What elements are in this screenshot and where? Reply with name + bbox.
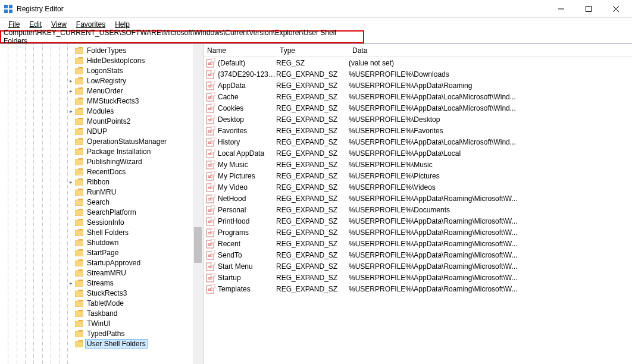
list-row[interactable]: abNetHoodREG_EXPAND_SZ%USERPROFILE%\AppD… bbox=[204, 193, 632, 204]
expander-icon[interactable] bbox=[67, 340, 74, 347]
close-button[interactable] bbox=[602, 0, 630, 18]
expander-icon[interactable] bbox=[67, 229, 74, 236]
tree-item[interactable]: TypedPaths bbox=[0, 328, 203, 338]
minimize-button[interactable] bbox=[547, 0, 575, 18]
expander-icon[interactable] bbox=[67, 290, 74, 297]
list-row[interactable]: abFavoritesREG_EXPAND_SZ%USERPROFILE%\Fa… bbox=[204, 125, 632, 136]
cell-type: REG_EXPAND_SZ bbox=[276, 183, 349, 192]
tree-item[interactable]: MMStuckRects3 bbox=[0, 96, 203, 106]
tree-item[interactable]: ▸MenuOrder bbox=[0, 86, 203, 96]
tree-item[interactable]: ▸Streams bbox=[0, 278, 203, 288]
tree-item[interactable]: StartPage bbox=[0, 247, 203, 258]
list-row[interactable]: abStartupREG_EXPAND_SZ%USERPROFILE%\AppD… bbox=[204, 272, 632, 283]
menu-favorites[interactable]: Favorites bbox=[71, 19, 110, 30]
expander-icon[interactable] bbox=[67, 219, 74, 226]
tree-item[interactable]: OperationStatusManager bbox=[0, 136, 203, 146]
tree-item[interactable]: NDUP bbox=[0, 126, 203, 136]
tree-item[interactable]: FolderTypes bbox=[0, 45, 203, 55]
menu-help[interactable]: Help bbox=[110, 19, 134, 30]
expander-icon[interactable]: ▸ bbox=[67, 178, 74, 186]
svg-rect-70 bbox=[211, 171, 215, 175]
col-header-name[interactable]: Name bbox=[204, 45, 276, 57]
tree-item[interactable]: SearchPlatform bbox=[0, 207, 203, 217]
expander-icon[interactable]: ▸ bbox=[67, 108, 74, 115]
tree-item[interactable]: Search bbox=[0, 197, 203, 207]
tree-item[interactable]: ▸Ribbon bbox=[0, 177, 203, 187]
tree-item[interactable]: LogonStats bbox=[0, 65, 203, 76]
expander-icon[interactable] bbox=[67, 249, 74, 256]
expander-icon[interactable]: ▸ bbox=[67, 77, 74, 84]
expander-icon[interactable] bbox=[67, 330, 74, 337]
menu-file[interactable]: File bbox=[4, 19, 24, 30]
value-icon: ab bbox=[206, 137, 215, 147]
expander-icon[interactable] bbox=[67, 209, 74, 216]
list-row[interactable]: abProgramsREG_EXPAND_SZ%USERPROFILE%\App… bbox=[204, 227, 632, 238]
list-row[interactable]: abPersonalREG_EXPAND_SZ%USERPROFILE%\Doc… bbox=[204, 204, 632, 215]
list-row[interactable]: abAppDataREG_EXPAND_SZ%USERPROFILE%\AppD… bbox=[204, 80, 632, 91]
tree-item[interactable]: ▸LowRegistry bbox=[0, 76, 203, 86]
svg-rect-52 bbox=[211, 103, 215, 107]
list-row[interactable]: abTemplatesREG_EXPAND_SZ%USERPROFILE%\Ap… bbox=[204, 283, 632, 294]
svg-rect-67 bbox=[211, 160, 215, 164]
tree-item[interactable]: Shell Folders bbox=[0, 227, 203, 237]
expander-icon[interactable] bbox=[67, 269, 74, 277]
tree-item[interactable]: StreamMRU bbox=[0, 268, 203, 278]
tree-item[interactable]: User Shell Folders bbox=[0, 338, 203, 349]
expander-icon[interactable] bbox=[67, 47, 74, 54]
expander-icon[interactable] bbox=[67, 67, 74, 74]
tree-item[interactable]: ▸Modules bbox=[0, 106, 203, 116]
list-row[interactable]: abCacheREG_EXPAND_SZ%USERPROFILE%\AppDat… bbox=[204, 91, 632, 102]
list-row[interactable]: abStart MenuREG_EXPAND_SZ%USERPROFILE%\A… bbox=[204, 261, 632, 272]
list-row[interactable]: abHistoryREG_EXPAND_SZ%USERPROFILE%\AppD… bbox=[204, 136, 632, 148]
expander-icon[interactable]: ▸ bbox=[67, 280, 74, 287]
expander-icon[interactable] bbox=[67, 199, 74, 206]
expander-icon[interactable] bbox=[67, 148, 74, 155]
list-row[interactable]: abPrintHoodREG_EXPAND_SZ%USERPROFILE%\Ap… bbox=[204, 215, 632, 227]
expander-icon[interactable] bbox=[67, 239, 74, 246]
menu-view[interactable]: View bbox=[46, 19, 71, 30]
expander-icon[interactable] bbox=[67, 259, 74, 266]
tree-item[interactable]: TabletMode bbox=[0, 298, 203, 308]
list-row[interactable]: ab(Default)REG_SZ(value not set) bbox=[204, 57, 632, 68]
tree-scrollbar-thumb[interactable] bbox=[194, 227, 202, 263]
address-bar[interactable]: Computer\HKEY_CURRENT_USER\SOFTWARE\Micr… bbox=[0, 30, 364, 43]
tree-item[interactable]: MountPoints2 bbox=[0, 116, 203, 126]
expander-icon[interactable] bbox=[67, 138, 74, 145]
expander-icon[interactable] bbox=[67, 320, 74, 327]
col-header-data[interactable]: Data bbox=[349, 45, 632, 57]
list-row[interactable]: abMy MusicREG_EXPAND_SZ%USERPROFILE%\Mus… bbox=[204, 159, 632, 170]
list-row[interactable]: abSendToREG_EXPAND_SZ%USERPROFILE%\AppDa… bbox=[204, 249, 632, 261]
expander-icon[interactable] bbox=[67, 128, 74, 135]
tree-item[interactable]: Shutdown bbox=[0, 237, 203, 247]
list-row[interactable]: abMy VideoREG_EXPAND_SZ%USERPROFILE%\Vid… bbox=[204, 181, 632, 193]
list-row[interactable]: abMy PicturesREG_EXPAND_SZ%USERPROFILE%\… bbox=[204, 170, 632, 181]
tree-item[interactable]: HideDesktopIcons bbox=[0, 55, 203, 65]
tree-item[interactable]: Taskband bbox=[0, 308, 203, 318]
expander-icon[interactable] bbox=[67, 300, 74, 307]
tree-item[interactable]: PublishingWizard bbox=[0, 156, 203, 167]
tree-item[interactable]: TWinUI bbox=[0, 318, 203, 328]
tree-scrollbar[interactable] bbox=[193, 44, 203, 364]
maximize-button[interactable] bbox=[575, 0, 602, 18]
expander-icon[interactable] bbox=[67, 189, 74, 196]
expander-icon[interactable] bbox=[67, 158, 74, 165]
tree-item[interactable]: StuckRects3 bbox=[0, 288, 203, 298]
tree-item[interactable]: SessionInfo bbox=[0, 217, 203, 227]
list-row[interactable]: abCookiesREG_EXPAND_SZ%USERPROFILE%\AppD… bbox=[204, 102, 632, 114]
expander-icon[interactable] bbox=[67, 118, 74, 125]
expander-icon[interactable]: ▸ bbox=[67, 87, 74, 95]
list-row[interactable]: abDesktopREG_EXPAND_SZ%USERPROFILE%\Desk… bbox=[204, 114, 632, 125]
list-row[interactable]: abLocal AppDataREG_EXPAND_SZ%USERPROFILE… bbox=[204, 148, 632, 159]
tree-item[interactable]: RunMRU bbox=[0, 187, 203, 197]
expander-icon[interactable] bbox=[67, 98, 74, 105]
tree-item[interactable]: RecentDocs bbox=[0, 167, 203, 177]
expander-icon[interactable] bbox=[67, 57, 74, 64]
expander-icon[interactable] bbox=[67, 310, 74, 317]
menu-edit[interactable]: Edit bbox=[24, 19, 46, 30]
list-row[interactable]: ab{374DE290-123F...REG_EXPAND_SZ%USERPRO… bbox=[204, 68, 632, 80]
expander-icon[interactable] bbox=[67, 168, 74, 175]
tree-item[interactable]: StartupApproved bbox=[0, 258, 203, 268]
col-header-type[interactable]: Type bbox=[276, 45, 349, 57]
list-row[interactable]: abRecentREG_EXPAND_SZ%USERPROFILE%\AppDa… bbox=[204, 238, 632, 249]
tree-item[interactable]: Package Installation bbox=[0, 146, 203, 156]
